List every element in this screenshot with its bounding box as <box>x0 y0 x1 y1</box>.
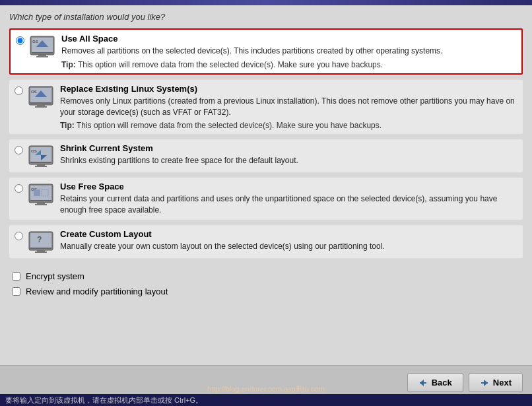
status-text: 要将输入定向到该虚拟机，请在虚拟机内部单击或按 Ctrl+G。 <box>5 395 203 405</box>
next-label: Next <box>493 378 512 388</box>
question-label: Which type of installation would you lik… <box>9 12 523 22</box>
checkboxes: Encrypt system Review and modify partiti… <box>9 271 523 296</box>
option-use-free-space-desc: Retains your current data and partitions… <box>60 193 517 216</box>
svg-rect-13 <box>35 106 47 108</box>
svg-text:?: ? <box>37 235 42 244</box>
back-icon <box>418 378 428 388</box>
svg-text:OS: OS <box>31 149 37 153</box>
checkbox-review-label: Review and modify partitioning layout <box>26 287 168 296</box>
radio-use-free-space[interactable] <box>15 184 23 193</box>
checkbox-review-row: Review and modify partitioning layout <box>12 287 523 296</box>
icon-create-custom: ? <box>28 229 53 254</box>
option-use-all-space-body: Use All Space Removes all partitions on … <box>61 34 516 69</box>
option-create-custom[interactable]: ? Create Custom Layout Manually create y… <box>9 225 523 258</box>
checkbox-encrypt-label: Encrypt system <box>26 271 84 281</box>
back-label: Back <box>432 378 452 388</box>
svg-rect-16 <box>30 162 51 163</box>
option-create-custom-body: Create Custom Layout Manually create you… <box>60 229 517 252</box>
option-use-all-space[interactable]: OS Use All Space Removes all partitions … <box>9 28 523 75</box>
svg-rect-2 <box>32 52 53 53</box>
svg-rect-24 <box>30 200 51 201</box>
svg-rect-6 <box>36 56 48 57</box>
option-replace-existing-body: Replace Existing Linux System(s) Removes… <box>60 84 517 131</box>
option-use-free-space-body: Use Free Space Retains your current data… <box>60 182 517 216</box>
checkbox-encrypt[interactable] <box>12 272 20 281</box>
svg-rect-29 <box>35 204 47 205</box>
svg-rect-34 <box>37 250 45 252</box>
radio-use-all-space[interactable] <box>16 36 24 45</box>
option-use-free-space[interactable]: OS Use Free Space Retains your current d… <box>9 178 523 220</box>
option-use-free-space-title: Use Free Space <box>60 182 517 191</box>
icon-use-all-space: OS <box>30 34 55 59</box>
option-use-all-space-title: Use All Space <box>61 34 516 44</box>
option-use-all-space-tip-text: This option will remove data from the se… <box>78 60 383 69</box>
option-use-all-space-desc: Removes all partitions on the selected d… <box>61 46 516 57</box>
option-replace-existing-tip-text: This option will remove data from the se… <box>77 121 382 130</box>
tip-label-1: Tip: <box>61 60 76 69</box>
option-replace-existing-desc: Removes only Linux partitions (created f… <box>60 96 517 118</box>
option-use-all-space-tip: Tip: This option will remove data from t… <box>61 60 516 69</box>
svg-rect-12 <box>37 105 45 106</box>
svg-rect-20 <box>37 164 45 166</box>
top-bar <box>0 0 532 5</box>
svg-rect-37 <box>420 382 426 384</box>
option-shrink-current-body: Shrink Current System Shrinks existing p… <box>60 143 517 166</box>
status-bar: 要将输入定向到该虚拟机，请在虚拟机内部单击或按 Ctrl+G。 <box>0 394 532 406</box>
next-button[interactable]: Next <box>469 373 523 392</box>
radio-shrink-current[interactable] <box>15 146 23 154</box>
checkbox-encrypt-row: Encrypt system <box>12 271 523 281</box>
svg-rect-9 <box>30 102 51 104</box>
icon-use-free-space: OS <box>28 182 53 207</box>
svg-rect-39 <box>481 382 488 384</box>
option-replace-existing-title: Replace Existing Linux System(s) <box>60 84 517 94</box>
tip-label-2: Tip: <box>60 121 75 130</box>
next-icon <box>480 378 489 388</box>
svg-rect-28 <box>37 203 45 204</box>
radio-replace-existing[interactable] <box>15 86 23 95</box>
radio-create-custom[interactable] <box>15 232 23 240</box>
option-create-custom-desc: Manually create your own custom layout o… <box>60 241 517 252</box>
option-create-custom-title: Create Custom Layout <box>60 229 517 239</box>
main-content: Which type of installation would you lik… <box>0 5 532 365</box>
svg-text:OS: OS <box>31 90 37 94</box>
option-replace-existing-tip: Tip: This option will remove data from t… <box>60 121 517 130</box>
checkbox-review[interactable] <box>12 287 20 296</box>
svg-text:OS: OS <box>32 40 38 44</box>
svg-rect-32 <box>30 248 51 249</box>
svg-rect-5 <box>38 55 46 56</box>
svg-rect-21 <box>35 166 47 167</box>
back-button[interactable]: Back <box>407 373 463 392</box>
option-shrink-current[interactable]: OS Shrink Current System Shrinks existin… <box>9 139 523 172</box>
nav-buttons: Back Next <box>407 373 523 392</box>
svg-rect-35 <box>35 252 47 253</box>
icon-replace-existing: OS <box>28 84 53 109</box>
option-shrink-current-title: Shrink Current System <box>60 143 517 153</box>
option-replace-existing[interactable]: OS Replace Existing Linux System(s) Remo… <box>9 80 523 135</box>
icon-shrink-current: OS <box>28 143 53 168</box>
svg-rect-26 <box>34 189 40 196</box>
option-shrink-current-desc: Shrinks existing partitions to create fr… <box>60 155 517 166</box>
